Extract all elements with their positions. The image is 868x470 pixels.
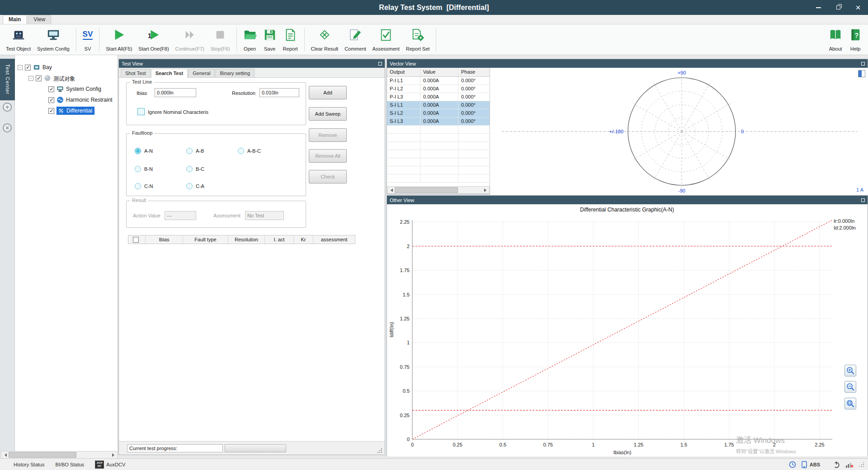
add-sweep-button[interactable]: Add Sweep <box>309 107 347 121</box>
faultloop-group: Faultloop A-N A-B A-B-C B-N B-C C-N C-A <box>126 133 306 196</box>
toolbar-start-one[interactable]: 1 Start One(F8) <box>135 25 172 54</box>
harmonic-restraint-checkbox[interactable] <box>48 97 54 103</box>
toolbar-test-object[interactable]: Test Object <box>3 25 34 54</box>
faultloop-option-c-n[interactable]: C-N <box>135 183 153 189</box>
menu-tab-view[interactable]: View <box>28 15 51 24</box>
system-config-checkbox[interactable] <box>48 86 54 92</box>
scrollbar-thumb[interactable] <box>395 187 458 193</box>
restore-button[interactable] <box>828 0 848 15</box>
tree-horizontal-scrollbar[interactable] <box>1 451 118 459</box>
zoom-reset-button[interactable] <box>844 398 856 409</box>
radio-icon[interactable] <box>186 166 193 172</box>
test-object-checkbox[interactable] <box>36 75 42 81</box>
harmonic-icon <box>57 96 64 103</box>
faultloop-option-b-c[interactable]: B-C <box>186 166 204 172</box>
toolbar-clear-result[interactable]: Clear Result <box>308 25 342 54</box>
toolbar-comment[interactable]: Comment <box>341 25 369 54</box>
tree-node-system-config[interactable]: System Config <box>48 84 101 94</box>
radio-icon[interactable] <box>135 183 141 189</box>
tree-node-harmonic-restraint[interactable]: Harmonic Restraint <box>48 95 113 105</box>
vector-row[interactable]: S-I L10.000A0.000° <box>387 101 490 109</box>
vector-row[interactable]: P-I L10.000A0.000° <box>387 77 490 85</box>
zoom-in-button[interactable] <box>844 365 856 376</box>
ignore-nominal-checkbox[interactable] <box>137 108 145 115</box>
vector-empty-row <box>387 134 490 142</box>
float-panel-icon[interactable] <box>378 62 382 66</box>
scrollbar-thumb[interactable] <box>9 452 76 458</box>
toolbar-help[interactable]: ? Help <box>845 25 865 54</box>
toolbar-save[interactable]: Save <box>260 25 280 54</box>
toolbar-assessment[interactable]: Assessment <box>369 25 403 54</box>
scroll-right-icon[interactable] <box>110 451 117 458</box>
toolbar-start-all[interactable]: Start All(F5) <box>103 25 135 54</box>
toolbar-system-config[interactable]: System Config <box>34 25 73 54</box>
resolution-input[interactable] <box>259 88 299 97</box>
test-center-tab[interactable]: Test Center <box>0 59 15 100</box>
tree-node-bay[interactable]: - Bay <box>18 62 52 72</box>
object-icon <box>44 75 51 82</box>
network-status-icon[interactable] <box>845 461 854 468</box>
faultloop-option-a-b-c[interactable]: A-B-C <box>238 148 261 154</box>
ibias-input[interactable] <box>155 88 196 97</box>
collapse-icon[interactable]: - <box>28 76 33 81</box>
save-icon <box>263 27 277 42</box>
scroll-left-icon[interactable] <box>1 451 9 458</box>
power-icon[interactable] <box>833 461 840 468</box>
vector-row[interactable]: P-I L30.000A0.000° <box>387 93 490 101</box>
vector-table-header: Output Value Phase <box>387 68 490 77</box>
test-center-label: Test Center <box>5 64 10 94</box>
menu-tab-main[interactable]: Main <box>3 15 27 24</box>
radio-icon[interactable] <box>135 166 141 172</box>
selected-tree-item[interactable]: Differential <box>57 107 94 115</box>
select-all-checkbox[interactable] <box>133 237 139 243</box>
close-button[interactable]: × <box>848 0 868 15</box>
resize-grip-icon[interactable] <box>377 448 383 453</box>
comment-icon <box>349 27 362 42</box>
float-panel-icon[interactable] <box>861 198 865 202</box>
collapse-icon[interactable]: - <box>18 65 23 70</box>
auxdcv-button[interactable]: AuxDCV <box>106 462 125 467</box>
faultloop-option-c-a[interactable]: C-A <box>186 183 204 189</box>
expand-circle-icon[interactable]: + <box>3 103 12 112</box>
bibo-status-button[interactable]: BI/BO Status <box>55 462 84 467</box>
bay-checkbox[interactable] <box>25 65 31 70</box>
tab-search-test[interactable]: Search Test <box>151 69 188 78</box>
toolbar-sv[interactable]: SV SV <box>80 25 96 54</box>
toolbar-report[interactable]: Report <box>280 25 301 54</box>
tab-general[interactable]: General <box>188 69 215 77</box>
toolbar-report-set[interactable]: Report Set <box>403 25 433 54</box>
faultloop-option-b-n[interactable]: B-N <box>135 166 153 172</box>
tab-binary-setting[interactable]: Binary setting <box>215 69 255 77</box>
zoom-out-button[interactable] <box>844 381 856 393</box>
vector-table-scrollbar[interactable] <box>387 186 490 194</box>
add-button[interactable]: Add <box>309 86 347 99</box>
radio-icon[interactable] <box>238 148 244 154</box>
radio-icon[interactable] <box>186 183 193 189</box>
toolbar-open[interactable]: Open <box>240 25 260 54</box>
main-toolbar: Test Object System Config SV SV Start Al… <box>0 24 868 55</box>
radio-icon[interactable] <box>186 148 193 154</box>
assessment-input <box>245 211 284 220</box>
vector-row[interactable]: S-I L30.000A0.000° <box>387 118 490 126</box>
scroll-left-icon[interactable] <box>387 187 395 193</box>
phase-panel-toggle-icon[interactable] <box>858 70 865 77</box>
radio-icon[interactable] <box>135 148 141 154</box>
float-panel-icon[interactable] <box>861 62 865 66</box>
close-circle-icon[interactable]: × <box>3 123 12 132</box>
toolbar-label: Continue(F7) <box>175 46 204 52</box>
tree-node-test-object[interactable]: - 测试对象 <box>28 73 75 83</box>
tab-shot-test[interactable]: Shot Test <box>121 69 151 77</box>
history-status-button[interactable]: History Status <box>14 462 44 467</box>
vector-row[interactable]: P-I L20.000A0.000° <box>387 85 490 93</box>
tree-node-differential[interactable]: Differential <box>48 106 94 116</box>
minimize-button[interactable] <box>808 0 828 15</box>
vector-row[interactable]: S-I L20.000A0.000° <box>387 109 490 118</box>
faultloop-option-a-b[interactable]: A-B <box>186 148 204 154</box>
toolbar-about[interactable]: About <box>826 25 845 54</box>
report-set-icon <box>411 27 425 42</box>
svg-text:0.75: 0.75 <box>400 364 410 370</box>
abs-mode-label[interactable]: ABS <box>810 462 820 467</box>
differential-checkbox[interactable] <box>48 108 54 114</box>
faultloop-option-a-n[interactable]: A-N <box>135 148 153 154</box>
scroll-right-icon[interactable] <box>482 187 489 193</box>
